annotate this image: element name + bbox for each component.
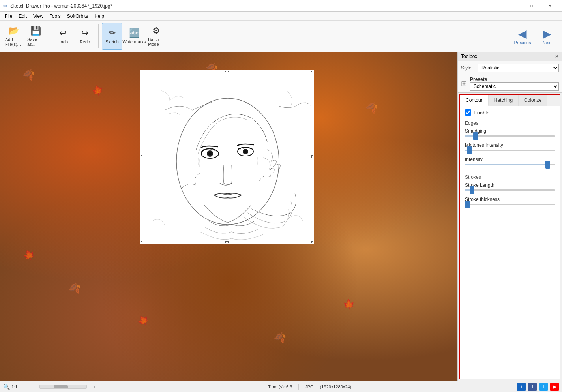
smudging-track[interactable] [465, 135, 555, 137]
style-label: Style [461, 65, 475, 71]
next-icon: ▶ [543, 27, 551, 40]
stroke-thickness-track[interactable] [465, 204, 555, 205]
previous-button[interactable]: ◀ Previous [511, 22, 534, 51]
smudging-group: Smudging [465, 128, 555, 137]
midtones-thumb[interactable] [467, 146, 472, 154]
dims-label: (1920x1280x24) [320, 384, 352, 389]
status-divider-3 [298, 384, 299, 390]
enable-label[interactable]: Enable [474, 110, 489, 116]
resize-handle-bl[interactable] [140, 241, 142, 244]
zoom-plus[interactable]: + [93, 384, 96, 389]
resize-handle-mr[interactable] [311, 155, 314, 158]
menu-view[interactable]: View [30, 13, 47, 20]
stroke-thickness-label: Stroke thickness [465, 197, 555, 202]
twitter-button[interactable]: t [539, 383, 548, 391]
info-button[interactable]: i [517, 383, 526, 391]
enable-row: Enable [465, 109, 555, 116]
batch-mode-label: Batch Mode [148, 37, 165, 47]
youtube-button[interactable]: ▶ [550, 383, 559, 391]
batch-mode-icon: ⚙ [152, 26, 160, 36]
resize-handle-ml[interactable] [140, 155, 142, 158]
title-text: Sketch Drawer Pro - woman-2003647_1920.j… [10, 3, 112, 9]
enable-checkbox[interactable] [465, 109, 471, 116]
intensity-thumb[interactable] [545, 161, 550, 169]
canvas-area[interactable]: 🍂 🍁 🍂 🍁 🍂 🍁 🍂 🍁 🍂 🍁 [0, 52, 457, 381]
scroll-bar[interactable] [39, 385, 87, 389]
redo-button[interactable]: ↪ Redo [75, 23, 95, 50]
tab-hatching[interactable]: Hatching [489, 95, 519, 106]
toolbox: Toolbox ✕ Style Realistic ⊞ Presets Sche… [457, 52, 562, 381]
minimize-button[interactable]: — [504, 0, 523, 12]
sketch-svg [141, 71, 313, 243]
tab-colorize[interactable]: Colorize [519, 95, 547, 106]
title-controls: — □ ✕ [504, 0, 559, 12]
leaf-decoration: 🍂 [21, 67, 36, 81]
save-as-label: Save as... [27, 37, 44, 47]
facebook-button[interactable]: f [528, 383, 537, 391]
leaf-decoration: 🍁 [21, 248, 36, 263]
undo-button[interactable]: ↩ Undo [52, 23, 73, 50]
tabs-panel: Contour Hatching Colorize Enable Edges S… [459, 94, 560, 379]
toolbar: 📂 Add File(s)... 💾 Save as... ↩ Undo ↪ R… [0, 21, 562, 52]
section-divider [465, 171, 555, 171]
redo-label: Redo [80, 39, 90, 44]
add-files-label: Add File(s)... [5, 37, 22, 47]
main-content: 🍂 🍁 🍂 🍁 🍂 🍁 🍂 🍁 🍂 🍁 [0, 52, 562, 381]
save-as-button[interactable]: 💾 Save as... [25, 23, 46, 50]
style-select[interactable]: Realistic [478, 64, 559, 72]
add-files-icon: 📂 [8, 26, 19, 36]
tabs-header: Contour Hatching Colorize [460, 95, 560, 106]
menu-tools[interactable]: Tools [47, 13, 64, 20]
midtones-track[interactable] [465, 150, 555, 151]
menu-softorbits[interactable]: SoftOrbits [64, 13, 91, 20]
stroke-thickness-group: Stroke thickness [465, 197, 555, 205]
status-divider-2 [102, 384, 102, 390]
stroke-length-track[interactable] [465, 189, 555, 191]
resize-handle-tc[interactable] [225, 70, 229, 72]
menu-edit[interactable]: Edit [15, 13, 30, 20]
zoom-icon[interactable]: 🔍 [3, 384, 10, 390]
smudging-thumb[interactable] [473, 132, 478, 140]
separator-2 [98, 24, 99, 48]
batch-mode-button[interactable]: ⚙ Batch Mode [146, 23, 167, 50]
sketch-label: Sketch [105, 39, 119, 44]
next-label: Next [543, 40, 552, 45]
intensity-fill [465, 164, 548, 165]
resize-handle-br[interactable] [311, 241, 314, 244]
intensity-track[interactable] [465, 164, 555, 165]
resize-handle-tr[interactable] [311, 70, 314, 72]
watermarks-icon: 🔤 [129, 28, 140, 38]
format-label: JPG [305, 384, 313, 389]
previous-icon: ◀ [518, 27, 527, 40]
title-bar: ✏ Sketch Drawer Pro - woman-2003647_1920… [0, 0, 562, 12]
previous-label: Previous [514, 40, 531, 45]
leaf-decoration: 🍁 [135, 313, 151, 328]
presets-select[interactable]: Schematic [470, 82, 559, 91]
intensity-group: Intensity [465, 157, 555, 165]
stroke-length-thumb[interactable] [470, 186, 474, 194]
menu-file[interactable]: File [2, 13, 15, 20]
tab-contour[interactable]: Contour [460, 95, 489, 106]
scroll-thumb[interactable] [54, 385, 67, 388]
sketch-frame[interactable] [140, 70, 314, 244]
presets-right: Presets Schematic [470, 77, 559, 91]
resize-handle-tl[interactable] [140, 70, 142, 72]
watermarks-button[interactable]: 🔤 Watermarks [124, 23, 144, 50]
menu-bar: File Edit View Tools SoftOrbits Help [0, 12, 562, 21]
presets-label: Presets [470, 77, 559, 82]
status-divider-1 [24, 384, 24, 390]
close-button[interactable]: ✕ [541, 0, 559, 12]
maximize-button[interactable]: □ [523, 0, 541, 12]
stroke-thickness-thumb[interactable] [465, 201, 470, 208]
resize-handle-bc[interactable] [225, 241, 229, 244]
sketch-button[interactable]: ✏ Sketch [102, 23, 122, 50]
intensity-label: Intensity [465, 157, 555, 162]
menu-help[interactable]: Help [91, 13, 107, 20]
time-label: Time (s): 6.3 [268, 384, 292, 389]
sketch-icon: ✏ [109, 28, 116, 38]
next-button[interactable]: ▶ Next [535, 22, 559, 51]
add-files-button[interactable]: 📂 Add File(s)... [3, 23, 24, 50]
toolbox-close-button[interactable]: ✕ [555, 54, 559, 59]
zoom-minus[interactable]: − [30, 384, 33, 389]
leaf-decoration: 🍂 [273, 330, 287, 344]
